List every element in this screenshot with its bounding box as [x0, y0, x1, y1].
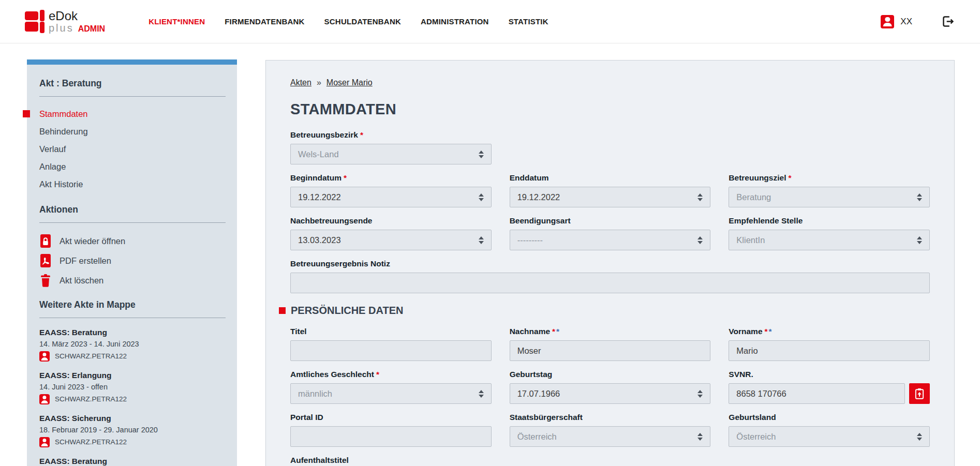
select-value: Wels-Land — [298, 149, 339, 159]
main-nav: KLIENT*INNEN FIRMENDATENBANK SCHULDATENB… — [149, 17, 548, 26]
divider — [39, 222, 226, 223]
nav-administration[interactable]: ADMINISTRATION — [421, 17, 489, 26]
sidebar-nav: Stammdaten Behinderung Verlauf Anlage Ak… — [39, 105, 226, 193]
mappe-item-user: SCHWARZ.PETRA122 — [55, 436, 127, 448]
user-initials: XX — [900, 17, 912, 27]
sidebar-item-label: Stammdaten — [39, 109, 88, 118]
action-label: Akt löschen — [60, 276, 103, 285]
select-value: 17.07.1966 — [517, 389, 560, 399]
file-lock-icon — [39, 234, 52, 248]
mappe-item-user: SCHWARZ.PETRA122 — [55, 350, 127, 363]
select-arrows-icon — [479, 236, 484, 244]
notiz-input[interactable] — [290, 273, 930, 293]
enddatum-label: Enddatum — [510, 173, 711, 183]
titel-input[interactable] — [290, 340, 492, 361]
mappe-item[interactable]: EAASS: Beratung 14. Januar 2019 - 12. Fe… — [39, 455, 226, 466]
nav-statistik[interactable]: STATISTIK — [509, 17, 548, 26]
select-arrows-icon — [917, 433, 922, 441]
sidebar-item-anlage[interactable]: Anlage — [39, 158, 226, 175]
betreuungsziel-select[interactable]: Beratung — [729, 187, 930, 207]
notiz-label: Betreuungsergebnis Notiz — [290, 259, 930, 268]
action-delete-akt[interactable]: Akt löschen — [39, 270, 226, 290]
logo-brick — [25, 11, 38, 20]
required-asterisk: * — [788, 173, 791, 182]
select-value: männlich — [298, 389, 332, 399]
breadcrumb-akten-link[interactable]: Akten — [290, 78, 311, 87]
action-label: Akt wieder öffnen — [60, 236, 125, 246]
mappe-item-user: SCHWARZ.PETRA122 — [55, 393, 127, 405]
enddatum-select[interactable]: 19.12.2022 — [510, 187, 711, 207]
action-create-pdf[interactable]: PDF erstellen — [39, 251, 226, 270]
nav-firmendatenbank[interactable]: FIRMENDATENBANK — [225, 17, 304, 26]
nav-schuldatenbank[interactable]: SCHULDATENBANK — [324, 17, 401, 26]
user-badge-icon — [39, 437, 50, 447]
select-value: 19.12.2022 — [517, 192, 560, 202]
sidebar-item-label: Anlage — [39, 162, 66, 171]
sidebar-title: Akt : Beratung — [39, 78, 226, 89]
svnr-paste-button[interactable] — [909, 383, 930, 404]
nachbetreuungsende-label: Nachbetreuungsende — [290, 216, 492, 226]
betreuungsziel-label: Betreuungsziel* — [729, 173, 930, 183]
logout-icon[interactable] — [941, 14, 955, 28]
portal-id-input[interactable] — [290, 426, 492, 447]
select-value: KlientIn — [736, 235, 765, 245]
nachbetreuungsende-select[interactable]: 13.03.2023 — [290, 230, 492, 250]
select-value: --------- — [517, 235, 543, 245]
staatsbuergerschaft-label: Staatsbürgerschaft — [510, 413, 711, 422]
mappe-item-dates: 18. Februar 2019 - 29. Januar 2020 — [39, 424, 226, 436]
beendigungsart-select[interactable]: --------- — [510, 230, 711, 250]
geburtsland-select[interactable]: Österreich — [729, 426, 930, 447]
select-value: Beratung — [736, 192, 771, 202]
mappe-item-title: EAASS: Sicherung — [39, 412, 226, 424]
action-reopen-akt[interactable]: Akt wieder öffnen — [39, 231, 226, 251]
top-header: eDok plus ADMIN KLIENT*INNEN FIRMENDATEN… — [0, 0, 980, 43]
user-avatar-icon[interactable] — [881, 15, 894, 28]
sidebar-item-behinderung[interactable]: Behinderung — [39, 123, 226, 140]
geburtstag-select[interactable]: 17.07.1966 — [510, 383, 711, 404]
mappe-item[interactable]: EAASS: Sicherung 18. Februar 2019 - 29. … — [39, 412, 226, 448]
mappe-item-dates: 14. März 2023 - 14. Juni 2023 — [39, 338, 226, 350]
user-badge-icon — [39, 351, 50, 362]
main-panel: Akten»Moser Mario STAMMDATEN Betreuungsb… — [265, 60, 955, 466]
logo-admin-badge: ADMIN — [78, 25, 105, 34]
empfehlende-stelle-select[interactable]: KlientIn — [729, 230, 930, 250]
actions-title: Aktionen — [39, 204, 226, 215]
geschlecht-select[interactable]: männlich — [290, 383, 492, 404]
sidebar-accent-bar — [27, 59, 237, 65]
mappe-item[interactable]: EAASS: Beratung 14. März 2023 - 14. Juni… — [39, 326, 226, 363]
beginndatum-select[interactable]: 19.12.2022 — [290, 187, 492, 207]
betreuungsbezirk-select[interactable]: Wels-Land — [290, 144, 492, 164]
breadcrumb-client-link[interactable]: Moser Mario — [326, 78, 373, 87]
logo-text: eDok plus ADMIN — [49, 9, 105, 33]
beendigungsart-label: Beendigungsart — [510, 216, 711, 226]
section-title: PERSÖNLICHE DATEN — [291, 305, 403, 317]
secondary-asterisk: * — [769, 327, 772, 336]
select-arrows-icon — [917, 193, 922, 201]
select-arrows-icon — [697, 433, 703, 441]
sidebar-item-label: Akt Historie — [39, 179, 83, 189]
nachname-input[interactable] — [510, 340, 711, 361]
nav-klientinnen[interactable]: KLIENT*INNEN — [149, 17, 205, 26]
mappe-item[interactable]: EAASS: Erlangung 14. Juni 2023 - offen S… — [39, 369, 226, 405]
select-arrows-icon — [479, 151, 484, 158]
sidebar-item-stammdaten[interactable]: Stammdaten — [39, 105, 226, 123]
sidebar-item-verlauf[interactable]: Verlauf — [39, 140, 226, 158]
secondary-asterisk: * — [556, 327, 559, 336]
select-value: Österreich — [736, 432, 776, 442]
select-arrows-icon — [697, 193, 703, 201]
logo-plus: plus — [49, 23, 74, 34]
page-title: STAMMDATEN — [290, 101, 930, 118]
vorname-input[interactable] — [729, 340, 930, 361]
sidebar: Akt : Beratung Stammdaten Behinderung Ve… — [27, 59, 237, 466]
nachname-label: Nachname** — [510, 327, 711, 336]
aufenthaltstitel-label: Aufenthaltstitel — [290, 456, 492, 465]
staatsbuergerschaft-select[interactable]: Österreich — [510, 426, 711, 447]
svnr-input[interactable] — [729, 383, 905, 404]
geburtsland-label: Geburtsland — [729, 413, 930, 422]
required-asterisk: * — [344, 173, 347, 182]
vorname-label: Vorname** — [729, 327, 930, 336]
sidebar-item-akt-historie[interactable]: Akt Historie — [39, 175, 226, 193]
required-asterisk: * — [360, 130, 363, 139]
app-logo[interactable]: eDok plus ADMIN — [25, 9, 105, 33]
select-value: 19.12.2022 — [298, 192, 341, 202]
